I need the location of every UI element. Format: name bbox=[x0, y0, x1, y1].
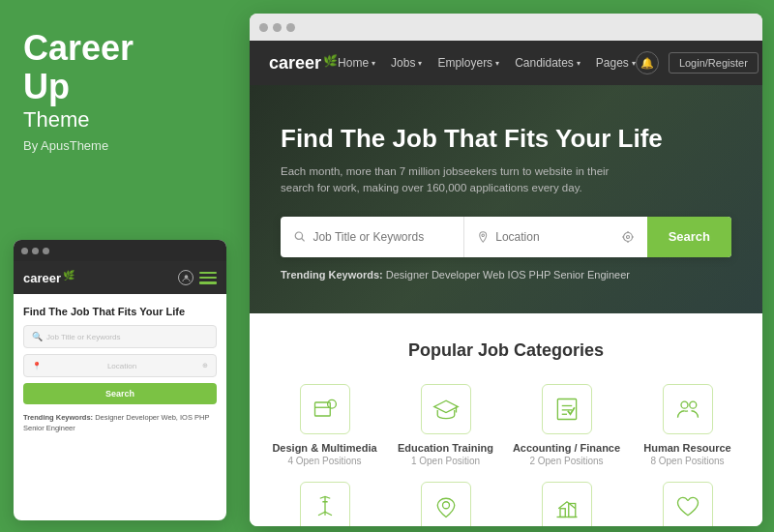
mini-nav: career 🌿 bbox=[14, 261, 226, 294]
svg-point-19 bbox=[689, 401, 696, 408]
keyword-input[interactable] bbox=[313, 230, 449, 244]
hero-subtitle: Each month, more than 7 million jobseeke… bbox=[281, 163, 610, 197]
mini-content: Find The Job That Fits Your Life 🔍 Job T… bbox=[14, 294, 226, 442]
svg-point-22 bbox=[442, 501, 449, 508]
login-register-button[interactable]: Login/Register bbox=[669, 52, 759, 74]
location-search-field[interactable] bbox=[464, 217, 647, 257]
trending-keyword[interactable]: Engineer bbox=[584, 269, 630, 281]
search-keyword-icon bbox=[294, 230, 305, 243]
svg-rect-24 bbox=[560, 508, 565, 517]
candidates-chevron-icon: ▾ bbox=[577, 59, 580, 68]
trending-keyword[interactable]: Developer bbox=[429, 269, 480, 281]
category-item[interactable]: Restaurant / Food Service bbox=[390, 482, 501, 527]
categories-section: Popular Job Categories Design & Multimed… bbox=[250, 313, 762, 527]
browser-window: career 🌿 Home ▾ Jobs ▾ Employers ▾ Candi… bbox=[250, 14, 762, 526]
hero-title: Find The Job That Fits Your Life bbox=[281, 124, 731, 154]
category-icon-telecom bbox=[300, 482, 350, 527]
mini-keyword-search[interactable]: 🔍 Job Title or Keywords bbox=[23, 325, 217, 348]
trending-label: Trending Keywords: bbox=[281, 269, 383, 281]
mini-menu-icon bbox=[199, 272, 217, 284]
mini-logo-leaf: 🌿 bbox=[63, 270, 74, 281]
categories-title: Popular Job Categories bbox=[269, 340, 743, 361]
category-icon-education bbox=[421, 384, 471, 434]
categories-grid: Design & Multimedia4 Open Positions Educ… bbox=[269, 384, 743, 527]
mini-location-search[interactable]: 📍 Location ⊕ bbox=[23, 354, 217, 377]
svg-point-18 bbox=[681, 401, 688, 408]
mini-dot-2 bbox=[32, 248, 39, 254]
trending-keyword[interactable]: Designer bbox=[386, 269, 429, 281]
mini-top-bar bbox=[14, 240, 226, 261]
keyword-search-field[interactable] bbox=[281, 217, 464, 257]
category-icon-accounting bbox=[542, 384, 592, 434]
nav-employers[interactable]: Employers ▾ bbox=[437, 56, 499, 70]
mini-search-button[interactable]: Search bbox=[23, 383, 217, 404]
mini-gps-icon: ⊕ bbox=[202, 362, 208, 369]
mini-nav-icons bbox=[178, 270, 217, 285]
mini-search-icon: 🔍 bbox=[32, 332, 43, 341]
hero-section: Find The Job That Fits Your Life Each mo… bbox=[250, 85, 762, 313]
nav-links: Home ▾ Jobs ▾ Employers ▾ Candidates ▾ P… bbox=[338, 56, 636, 70]
location-pin-icon bbox=[478, 230, 488, 244]
category-count: 1 Open Position bbox=[411, 456, 480, 466]
trending-keyword[interactable]: Web bbox=[480, 269, 504, 281]
category-item[interactable]: Human Resource8 Open Positions bbox=[632, 384, 743, 466]
browser-dot-3 bbox=[286, 23, 295, 32]
svg-point-3 bbox=[482, 233, 485, 236]
search-bar: Search bbox=[281, 217, 731, 257]
mini-dot-1 bbox=[21, 248, 28, 254]
site-logo: career 🌿 bbox=[269, 53, 338, 74]
mini-user-icon bbox=[178, 270, 194, 285]
browser-dot-2 bbox=[273, 23, 282, 32]
trending-keyword[interactable]: PHP bbox=[526, 269, 551, 281]
notification-bell-icon[interactable]: 🔔 bbox=[636, 51, 659, 74]
mini-trending: Trending Keywords: Designer Developer We… bbox=[23, 412, 217, 434]
svg-point-5 bbox=[626, 235, 629, 238]
brand-subtitle: Theme bbox=[23, 107, 217, 133]
category-item[interactable]: Design & Multimedia4 Open Positions bbox=[269, 384, 380, 466]
site-nav: career 🌿 Home ▾ Jobs ▾ Employers ▾ Candi… bbox=[250, 41, 762, 85]
category-icon-food bbox=[421, 482, 471, 527]
trending-keywords: Designer Developer Web IOS PHP Senior En… bbox=[386, 269, 630, 281]
category-item[interactable]: Construction / Facilities bbox=[511, 482, 622, 527]
category-count: 2 Open Positions bbox=[529, 456, 603, 466]
mini-keyword-placeholder: Job Title or Keywords bbox=[46, 333, 120, 341]
mini-logo: career 🌿 bbox=[23, 270, 74, 285]
brand-name: Career Up Theme By ApusTheme bbox=[23, 29, 217, 153]
category-count: 8 Open Positions bbox=[650, 456, 724, 466]
category-count: 4 Open Positions bbox=[287, 456, 361, 466]
nav-actions: 🔔 Login/Register bbox=[636, 51, 759, 74]
brand-by: By ApusTheme bbox=[23, 138, 217, 153]
search-button[interactable]: Search bbox=[647, 217, 731, 257]
category-name: Human Resource bbox=[643, 442, 730, 454]
trending-keyword[interactable]: IOS bbox=[505, 269, 526, 281]
jobs-chevron-icon: ▾ bbox=[418, 59, 422, 68]
mini-location-placeholder: Location bbox=[107, 362, 136, 370]
browser-topbar bbox=[250, 14, 762, 41]
gps-icon bbox=[622, 231, 634, 243]
nav-jobs[interactable]: Jobs ▾ bbox=[391, 56, 422, 70]
trending-keyword[interactable]: Senior bbox=[551, 269, 584, 281]
mini-dot-3 bbox=[43, 248, 49, 254]
svg-line-2 bbox=[302, 239, 305, 242]
svg-point-4 bbox=[623, 232, 632, 241]
hero-content: Find The Job That Fits Your Life Each mo… bbox=[281, 124, 731, 281]
left-panel: Career Up Theme By ApusTheme career 🌿 bbox=[0, 0, 240, 532]
nav-candidates[interactable]: Candidates ▾ bbox=[515, 56, 580, 70]
svg-point-1 bbox=[295, 232, 302, 239]
employers-chevron-icon: ▾ bbox=[495, 59, 499, 68]
category-item[interactable]: Health bbox=[632, 482, 743, 527]
nav-pages[interactable]: Pages ▾ bbox=[596, 56, 636, 70]
mini-location-icon: 📍 bbox=[32, 362, 42, 370]
category-item[interactable]: Education Training1 Open Position bbox=[390, 384, 501, 466]
category-icon-health bbox=[663, 482, 713, 527]
nav-home[interactable]: Home ▾ bbox=[338, 56, 375, 70]
category-item[interactable]: Accounting / Finance2 Open Positions bbox=[511, 384, 622, 466]
location-input[interactable] bbox=[495, 230, 613, 244]
mini-preview: career 🌿 Find The Job That Fits Your Lif… bbox=[14, 240, 226, 520]
category-item[interactable]: Telecommunications bbox=[269, 482, 380, 527]
mini-hero-title: Find The Job That Fits Your Life bbox=[23, 306, 217, 317]
category-icon-human-resource bbox=[663, 384, 713, 434]
home-chevron-icon: ▾ bbox=[372, 59, 375, 68]
trending-section: Trending Keywords: Designer Developer We… bbox=[281, 269, 731, 281]
category-name: Design & Multimedia bbox=[272, 442, 376, 454]
